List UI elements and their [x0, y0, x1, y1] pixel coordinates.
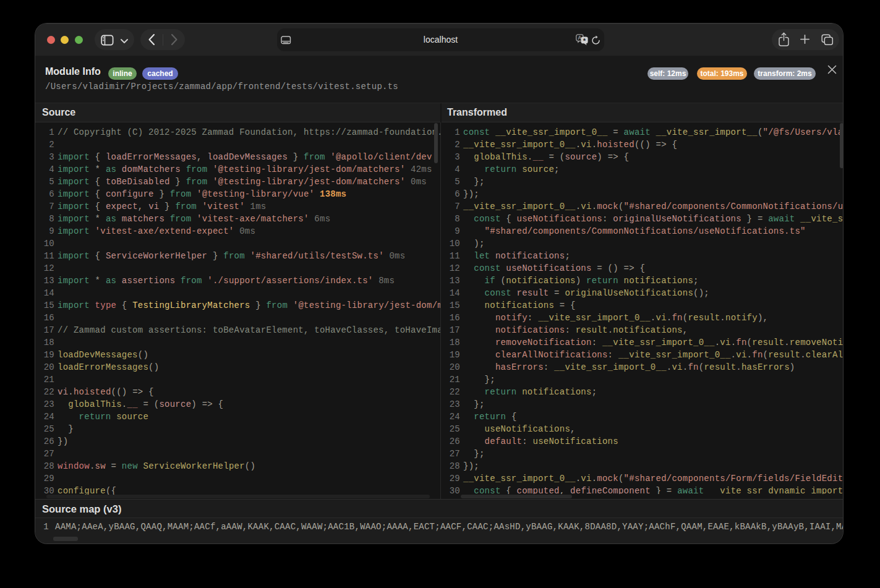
svg-text:*: *	[583, 37, 586, 45]
svg-text:A: A	[578, 35, 581, 41]
